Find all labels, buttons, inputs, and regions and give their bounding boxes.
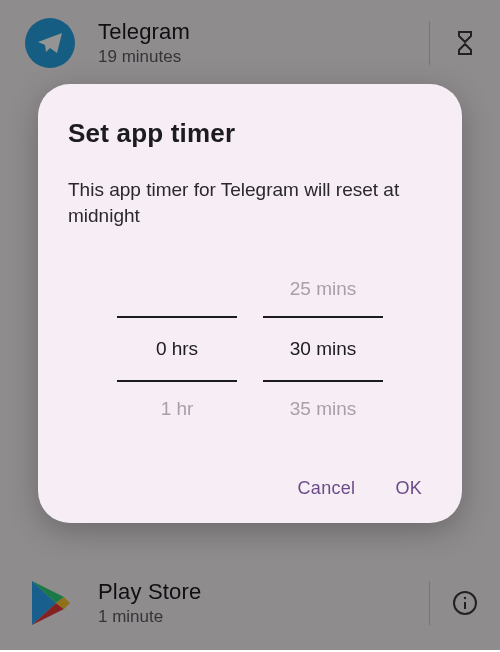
- minutes-current: 30 mins: [263, 316, 383, 382]
- cancel-button[interactable]: Cancel: [298, 478, 356, 499]
- hours-prev: [117, 262, 237, 316]
- set-app-timer-dialog: Set app timer This app timer for Telegra…: [38, 84, 462, 523]
- minutes-next: 35 mins: [263, 382, 383, 436]
- time-picker: 0 hrs 1 hr 25 mins 30 mins 35 mins: [68, 262, 432, 436]
- hours-current: 0 hrs: [117, 316, 237, 382]
- hours-next: 1 hr: [117, 382, 237, 436]
- ok-button[interactable]: OK: [395, 478, 422, 499]
- minutes-prev: 25 mins: [263, 262, 383, 316]
- dialog-title: Set app timer: [68, 118, 432, 149]
- hours-wheel[interactable]: 0 hrs 1 hr: [117, 262, 237, 436]
- minutes-wheel[interactable]: 25 mins 30 mins 35 mins: [263, 262, 383, 436]
- dialog-body: This app timer for Telegram will reset a…: [68, 177, 432, 228]
